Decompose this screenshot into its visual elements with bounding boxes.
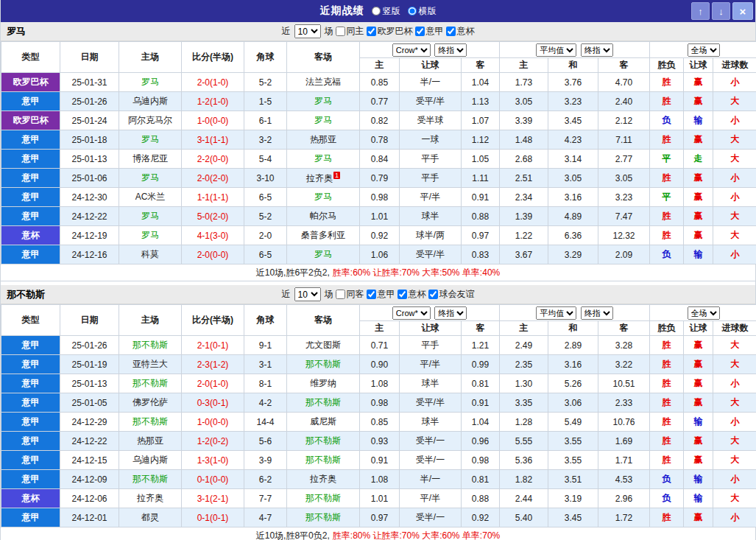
handicap-result-cell: 走: [684, 150, 713, 169]
match-count-select[interactable]: 10: [294, 287, 321, 301]
layout-option-vertical[interactable]: 竖版: [372, 5, 400, 18]
odds-company-select[interactable]: Crow*: [392, 306, 431, 320]
match-type-cell: 意甲: [1, 336, 60, 355]
score-cell: 2-3(1-2): [182, 355, 244, 374]
match-row: 意甲24-12-09那不勒斯0-1(0-0)6-2拉齐奥1.08半/一0.811…: [1, 470, 756, 489]
match-row: 欧罗巴杯25-01-31罗马2-0(1-0)5-2法兰克福0.85半/一1.04…: [1, 73, 756, 92]
league-filter[interactable]: 意杯: [398, 288, 426, 301]
col-handicap: 让球: [400, 321, 462, 336]
home-team-cell: 佛罗伦萨: [119, 393, 182, 413]
result-cell: 胜: [650, 393, 684, 413]
avg-time-select[interactable]: 终指: [581, 43, 613, 57]
league-filter[interactable]: 意甲: [415, 25, 444, 38]
vertical-layout-radio[interactable]: [372, 7, 381, 15]
handicap-result-cell: 输: [684, 489, 713, 508]
league-filter-checkbox[interactable]: [415, 27, 425, 36]
same-venue-filter-label: 同主: [347, 25, 364, 38]
avg-away-cell: 10.76: [598, 413, 650, 432]
avg-home-cell: 2.35: [500, 355, 548, 374]
avg-select[interactable]: 平均值: [536, 43, 576, 57]
col-handicap-result: 让球: [684, 58, 713, 73]
odds-home-cell: 0.78: [360, 130, 400, 150]
match-row: 意甲25-01-18罗马3-1(1-1)3-2热那亚0.78一球1.121.48…: [1, 130, 756, 150]
odds-time-select[interactable]: 终指: [434, 43, 467, 57]
col-avg-home: 主: [500, 58, 548, 73]
col-avg-draw: 和: [548, 58, 598, 73]
odds-company-select[interactable]: Crow*: [392, 43, 431, 57]
league-filter-checkbox[interactable]: [367, 290, 376, 299]
rank-badge: 1: [333, 172, 340, 179]
same-venue-filter-checkbox[interactable]: [336, 290, 345, 299]
match-row: 意甲25-01-26乌迪内斯1-2(1-0)1-5罗马0.77受平/半1.133…: [1, 92, 756, 111]
match-row: 意甲25-01-26那不勒斯2-1(0-1)9-1尤文图斯0.71平手1.212…: [1, 336, 756, 355]
away-team-cell: 那不勒斯: [287, 489, 360, 508]
scope-select[interactable]: 全场: [688, 306, 720, 320]
avg-draw-cell: 3.16: [548, 355, 598, 374]
avg-home-cell: 1.48: [500, 130, 548, 150]
league-filter[interactable]: 球会友谊: [428, 288, 475, 301]
avg-home-cell: 5.40: [500, 508, 548, 527]
col-odds-home: 主: [360, 58, 400, 73]
odds-group-header: Crow* 终指: [360, 305, 500, 321]
avg-select[interactable]: 平均值: [536, 306, 576, 320]
home-team-cell: 那不勒斯: [119, 413, 182, 432]
odds-away-cell: 0.88: [462, 207, 500, 226]
result-cell: 负: [650, 245, 684, 264]
league-filter[interactable]: 意甲: [367, 288, 395, 301]
away-team-cell: 那不勒斯: [287, 451, 360, 470]
match-date-cell: 25-01-26: [60, 336, 119, 355]
score-cell: 2-1(0-1): [182, 336, 244, 355]
match-date-cell: 24-12-09: [60, 470, 119, 489]
avg-draw-cell: 3.55: [548, 451, 598, 470]
close-button[interactable]: ×: [732, 2, 753, 20]
same-venue-filter[interactable]: 同主: [336, 25, 364, 38]
away-team-cell: 拉齐奥1: [287, 169, 360, 188]
result-cell: 负: [650, 111, 684, 130]
handicap-cell: 受平/半: [400, 393, 462, 413]
league-filter-checkbox[interactable]: [428, 290, 438, 299]
odds-away-cell: 0.81: [462, 470, 500, 489]
near-label: 近: [282, 25, 291, 38]
odds-away-cell: 0.83: [462, 245, 500, 264]
layout-option-horizontal[interactable]: 横版: [408, 5, 437, 18]
col-score: 比分(半场): [182, 42, 244, 73]
match-row: 意甲24-12-22罗马5-0(2-0)5-2帕尔马1.01球半0.881.39…: [1, 207, 756, 226]
avg-time-select[interactable]: 终指: [581, 306, 613, 320]
handicap-cell: 受半球: [400, 111, 462, 130]
horizontal-layout-radio[interactable]: [408, 7, 417, 15]
games-label: 场: [325, 25, 333, 38]
odds-away-cell: 0.99: [462, 355, 500, 374]
league-filter[interactable]: 意杯: [446, 25, 475, 38]
league-filter-label: 意杯: [409, 288, 426, 301]
scroll-down-button[interactable]: ↓: [712, 2, 730, 20]
away-team-cell: 那不勒斯: [287, 508, 360, 527]
avg-draw-cell: 6.36: [548, 226, 598, 245]
match-row: 意甲24-12-30AC米兰1-1(1-1)6-5罗马0.98平/半0.912.…: [1, 188, 756, 207]
away-team-cell: 罗马: [287, 150, 360, 169]
avg-draw-cell: 3.05: [548, 169, 598, 188]
away-team-cell: 罗马: [287, 245, 360, 264]
scroll-up-button[interactable]: ↑: [691, 2, 710, 20]
corner-cell: 8-1: [244, 374, 287, 393]
result-cell: 胜: [650, 92, 684, 111]
same-venue-filter[interactable]: 同客: [336, 288, 364, 301]
same-venue-filter-checkbox[interactable]: [336, 27, 345, 36]
match-count-select[interactable]: 10: [294, 24, 321, 38]
away-team-cell: 威尼斯: [287, 413, 360, 432]
league-filter[interactable]: 欧罗巴杯: [367, 25, 413, 38]
league-filter-checkbox[interactable]: [398, 290, 407, 299]
league-filter-checkbox[interactable]: [367, 27, 376, 36]
summary-stats: 胜率:60% 让胜率:70% 大率:50% 单率:40%: [333, 267, 500, 278]
odds-home-cell: 0.90: [360, 355, 400, 374]
summary-row: 近10场,胜6平2负2,胜率:60% 让胜率:70% 大率:50% 单率:40%: [1, 264, 755, 281]
near-label: 近: [282, 288, 291, 301]
scope-select[interactable]: 全场: [688, 43, 720, 57]
handicap-cell: 半/一: [400, 470, 462, 489]
match-type-cell: 欧罗巴杯: [1, 111, 60, 130]
odds-away-cell: 0.88: [462, 489, 500, 508]
result-cell: 胜: [650, 508, 684, 527]
league-filter-checkbox[interactable]: [446, 27, 456, 36]
odds-time-select[interactable]: 终指: [434, 306, 467, 320]
league-filter-label: 意甲: [426, 25, 444, 38]
handicap-result-cell: 赢: [684, 451, 713, 470]
